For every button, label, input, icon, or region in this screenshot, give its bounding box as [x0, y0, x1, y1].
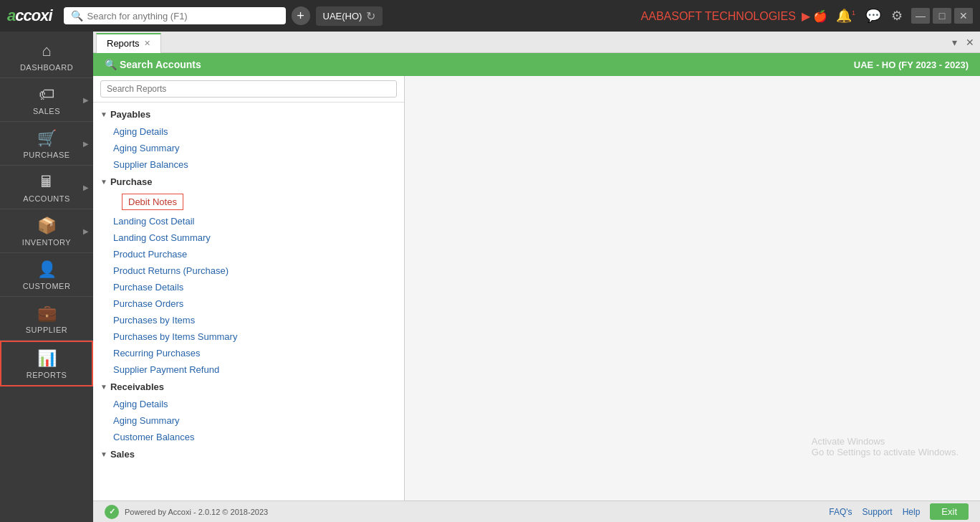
tree-section-sales[interactable]: ▼ Sales: [93, 445, 404, 463]
left-panel: ▼ Payables Aging Details Aging Summary S…: [93, 76, 405, 500]
tab-reports-label: Reports: [107, 38, 140, 49]
tree-item-debit-notes[interactable]: Debit Notes: [122, 194, 183, 210]
sidebar-label-supplier: SUPPLIER: [26, 326, 67, 334]
tab-window-close-button[interactable]: ✕: [963, 37, 977, 48]
tree-item-purchase-orders[interactable]: Purchase Orders: [93, 295, 404, 312]
sidebar-label-customer: CUSTOMER: [23, 282, 71, 290]
reports-icon: 📊: [37, 349, 57, 368]
main-layout: ⌂ DASHBOARD 🏷 SALES ▶ 🛒 PURCHASE ▶ 🖩 ACC…: [0, 32, 980, 522]
company-code: UAE(HO): [323, 11, 362, 22]
topbar: accoxi 🔍 + UAE(HO) ↻ AABASOFT TECHNOLOGI…: [0, 0, 980, 32]
maximize-button[interactable]: □: [933, 8, 951, 24]
global-search-box[interactable]: 🔍: [64, 7, 286, 24]
footer-powered-by: Powered by Accoxi - 2.0.12 © 2018-2023: [125, 508, 268, 516]
sidebar-label-dashboard: DASHBOARD: [20, 63, 73, 72]
search-reports-container: [93, 76, 404, 103]
chat-button[interactable]: 💬: [865, 8, 881, 24]
activate-windows-title: Activate Windows: [812, 436, 959, 447]
window-controls: — □ ✕: [911, 8, 973, 24]
exit-button[interactable]: Exit: [930, 503, 969, 520]
add-button[interactable]: +: [292, 6, 310, 25]
tree-item-recurring-purchases[interactable]: Recurring Purchases: [93, 345, 404, 361]
search-accounts-label: 🔍 Search Accounts: [105, 59, 201, 70]
company-selector[interactable]: UAE(HO) ↻: [316, 6, 383, 26]
sidebar-item-purchase[interactable]: 🛒 PURCHASE ▶: [0, 122, 93, 166]
reports-tree: ▼ Payables Aging Details Aging Summary S…: [93, 103, 404, 500]
topbar-right: AABASOFT TECHNOLOGIES ▶ 🍎 🔔1 💬 ⚙ — □ ✕: [638, 8, 973, 24]
sidebar-item-dashboard[interactable]: ⌂ DASHBOARD: [0, 34, 93, 78]
fy-label: UAE - HO (FY 2023 - 2023): [854, 60, 969, 70]
purchase-arrow: ▶: [83, 140, 89, 148]
sales-arrow: ▶: [83, 96, 89, 104]
tab-dropdown-button[interactable]: ▾: [949, 37, 960, 48]
tab-reports[interactable]: Reports ✕: [96, 33, 161, 53]
sidebar-item-supplier[interactable]: 💼 SUPPLIER: [0, 297, 93, 341]
tree-item-aging-summary-rec[interactable]: Aging Summary: [93, 412, 404, 429]
tab-bar: Reports ✕ ▾ ✕: [93, 32, 980, 53]
company-name: AABASOFT TECHNOLOGIES ▶ 🍎: [638, 9, 827, 23]
search-icon: 🔍: [71, 10, 83, 22]
receivables-items: Aging Details Aging Summary Customer Bal…: [93, 396, 404, 445]
help-link[interactable]: Help: [903, 507, 921, 517]
tree-item-supplier-payment-refund[interactable]: Supplier Payment Refund: [93, 361, 404, 378]
content-area: Reports ✕ ▾ ✕ 🔍 Search Accounts UAE - HO…: [93, 32, 980, 522]
tab-controls: ▾ ✕: [949, 37, 977, 48]
tree-item-product-purchase[interactable]: Product Purchase: [93, 246, 404, 262]
sidebar-item-inventory[interactable]: 📦 INVENTORY ▶: [0, 209, 93, 253]
refresh-button[interactable]: ↻: [366, 9, 375, 23]
footer-logo: ✓: [105, 505, 119, 519]
app-logo: accoxi: [7, 6, 52, 25]
tree-item-purchases-by-items[interactable]: Purchases by Items: [93, 312, 404, 328]
purchase-section-arrow: ▼: [100, 178, 107, 186]
dashboard-icon: ⌂: [42, 42, 51, 60]
sidebar-label-accounts: ACCOUNTS: [23, 194, 70, 203]
support-link[interactable]: Support: [863, 507, 893, 517]
sidebar-item-accounts[interactable]: 🖩 ACCOUNTS ▶: [0, 166, 93, 209]
tree-item-supplier-balances[interactable]: Supplier Balances: [93, 156, 404, 173]
footer: ✓ Powered by Accoxi - 2.0.12 © 2018-2023…: [93, 500, 980, 522]
tree-item-aging-summary-pay[interactable]: Aging Summary: [93, 140, 404, 156]
sidebar-label-inventory: INVENTORY: [22, 238, 71, 247]
global-search-input[interactable]: [87, 11, 279, 22]
activate-windows-overlay: Activate Windows Go to Settings to activ…: [812, 436, 959, 457]
footer-left: ✓ Powered by Accoxi - 2.0.12 © 2018-2023: [105, 505, 268, 519]
receivables-arrow: ▼: [100, 383, 107, 391]
search-reports-input[interactable]: [100, 80, 397, 98]
inventory-arrow: ▶: [83, 227, 89, 235]
tree-item-product-returns-purchase[interactable]: Product Returns (Purchase): [93, 262, 404, 279]
sales-icon: 🏷: [39, 85, 54, 104]
tree-item-purchase-details[interactable]: Purchase Details: [93, 279, 404, 295]
purchase-items: Debit Notes Landing Cost Detail Landing …: [93, 191, 404, 378]
purchase-section-label: Purchase: [110, 176, 153, 187]
sidebar-item-sales[interactable]: 🏷 SALES ▶: [0, 78, 93, 122]
sidebar-item-customer[interactable]: 👤 CUSTOMER: [0, 253, 93, 297]
tree-item-landing-cost-summary[interactable]: Landing Cost Summary: [93, 229, 404, 246]
tree-section-receivables[interactable]: ▼ Receivables: [93, 378, 404, 396]
minimize-button[interactable]: —: [911, 8, 930, 24]
tree-item-purchases-by-items-summary[interactable]: Purchases by Items Summary: [93, 328, 404, 345]
notification-button[interactable]: 🔔1: [836, 8, 855, 24]
settings-button[interactable]: ⚙: [891, 8, 903, 24]
sidebar-item-reports[interactable]: 📊 REPORTS: [0, 341, 93, 386]
tab-close-button[interactable]: ✕: [144, 39, 150, 48]
tree-section-payables[interactable]: ▼ Payables: [93, 105, 404, 123]
tree-section-purchase[interactable]: ▼ Purchase: [93, 173, 404, 191]
tree-item-customer-balances[interactable]: Customer Balances: [93, 429, 404, 445]
faq-link[interactable]: FAQ's: [829, 507, 852, 517]
purchase-icon: 🛒: [37, 129, 57, 148]
footer-right: FAQ's Support Help Exit: [829, 503, 969, 520]
tree-item-landing-cost-detail[interactable]: Landing Cost Detail: [93, 213, 404, 229]
tree-item-aging-details-rec[interactable]: Aging Details: [93, 396, 404, 412]
payables-items: Aging Details Aging Summary Supplier Bal…: [93, 123, 404, 173]
sidebar: ⌂ DASHBOARD 🏷 SALES ▶ 🛒 PURCHASE ▶ 🖩 ACC…: [0, 32, 93, 522]
sidebar-label-sales: SALES: [33, 107, 60, 115]
inventory-icon: 📦: [37, 217, 57, 235]
tree-item-aging-details-pay[interactable]: Aging Details: [93, 123, 404, 140]
activate-windows-sub: Go to Settings to activate Windows.: [812, 447, 959, 457]
sidebar-label-reports: REPORTS: [27, 371, 67, 379]
search-accounts-bar[interactable]: 🔍 Search Accounts UAE - HO (FY 2023 - 20…: [93, 53, 980, 76]
accounts-icon: 🖩: [39, 173, 54, 191]
close-button[interactable]: ✕: [954, 8, 973, 24]
receivables-label: Receivables: [110, 381, 164, 392]
reports-body: ▼ Payables Aging Details Aging Summary S…: [93, 76, 980, 500]
